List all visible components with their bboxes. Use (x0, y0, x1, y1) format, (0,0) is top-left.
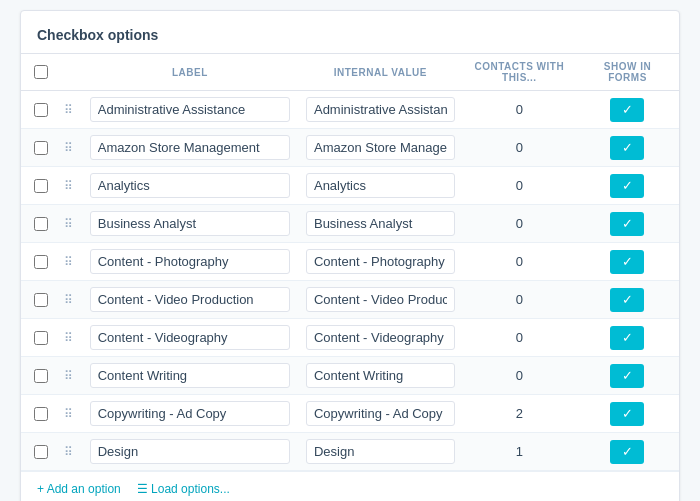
row-toggle-cell: ✓ (576, 91, 679, 129)
drag-handle-icon[interactable]: ⠿ (64, 407, 73, 421)
row-label-cell (82, 395, 298, 433)
row-internal-value-cell (298, 281, 463, 319)
show-in-forms-toggle[interactable]: ✓ (610, 364, 644, 388)
options-table: Label Internal Value Contacts With This.… (21, 53, 679, 471)
label-input[interactable] (90, 97, 290, 122)
col-show-in-forms: Show In Forms (576, 54, 679, 91)
show-in-forms-toggle[interactable]: ✓ (610, 440, 644, 464)
internal-value-input[interactable] (306, 401, 455, 426)
select-all-checkbox[interactable] (34, 65, 48, 79)
drag-handle-icon[interactable]: ⠿ (64, 255, 73, 269)
show-in-forms-toggle[interactable]: ✓ (610, 250, 644, 274)
row-drag-handle-cell: ⠿ (56, 167, 82, 205)
row-checkbox-cell (21, 395, 56, 433)
row-drag-handle-cell: ⠿ (56, 395, 82, 433)
drag-handle-icon[interactable]: ⠿ (64, 103, 73, 117)
row-contacts-count: 0 (463, 281, 576, 319)
drag-handle-icon[interactable]: ⠿ (64, 445, 73, 459)
label-input[interactable] (90, 173, 290, 198)
show-in-forms-toggle[interactable]: ✓ (610, 174, 644, 198)
row-checkbox[interactable] (34, 103, 48, 117)
row-checkbox-cell (21, 91, 56, 129)
label-input[interactable] (90, 363, 290, 388)
row-internal-value-cell (298, 129, 463, 167)
table-row: ⠿ 0 ✓ (21, 167, 679, 205)
footer-actions: + Add an option ☰ Load options... (21, 471, 679, 501)
row-label-cell (82, 357, 298, 395)
row-internal-value-cell (298, 395, 463, 433)
internal-value-input[interactable] (306, 325, 455, 350)
internal-value-input[interactable] (306, 97, 455, 122)
row-internal-value-cell (298, 167, 463, 205)
checkbox-options-card: Checkbox options Label Internal Value Co… (20, 10, 680, 501)
load-options-link[interactable]: ☰ Load options... (137, 482, 230, 496)
internal-value-input[interactable] (306, 173, 455, 198)
row-drag-handle-cell: ⠿ (56, 205, 82, 243)
drag-handle-icon[interactable]: ⠿ (64, 293, 73, 307)
show-in-forms-toggle[interactable]: ✓ (610, 98, 644, 122)
drag-handle-icon[interactable]: ⠿ (64, 141, 73, 155)
row-contacts-count: 0 (463, 357, 576, 395)
table-row: ⠿ 0 ✓ (21, 281, 679, 319)
table-row: ⠿ 0 ✓ (21, 205, 679, 243)
drag-handle-icon[interactable]: ⠿ (64, 179, 73, 193)
label-input[interactable] (90, 439, 290, 464)
row-internal-value-cell (298, 319, 463, 357)
internal-value-input[interactable] (306, 287, 455, 312)
table-row: ⠿ 0 ✓ (21, 129, 679, 167)
label-input[interactable] (90, 211, 290, 236)
label-input[interactable] (90, 401, 290, 426)
table-row: ⠿ 0 ✓ (21, 357, 679, 395)
add-option-link[interactable]: + Add an option (37, 482, 121, 496)
drag-handle-icon[interactable]: ⠿ (64, 369, 73, 383)
row-drag-handle-cell: ⠿ (56, 91, 82, 129)
internal-value-input[interactable] (306, 211, 455, 236)
row-drag-handle-cell: ⠿ (56, 129, 82, 167)
show-in-forms-toggle[interactable]: ✓ (610, 212, 644, 236)
row-checkbox-cell (21, 243, 56, 281)
row-checkbox[interactable] (34, 331, 48, 345)
row-drag-handle-cell: ⠿ (56, 281, 82, 319)
row-internal-value-cell (298, 357, 463, 395)
row-checkbox[interactable] (34, 407, 48, 421)
row-checkbox[interactable] (34, 179, 48, 193)
row-label-cell (82, 91, 298, 129)
row-checkbox-cell (21, 281, 56, 319)
row-label-cell (82, 281, 298, 319)
row-label-cell (82, 433, 298, 471)
drag-handle-icon[interactable]: ⠿ (64, 331, 73, 345)
row-checkbox[interactable] (34, 255, 48, 269)
row-toggle-cell: ✓ (576, 319, 679, 357)
row-toggle-cell: ✓ (576, 205, 679, 243)
show-in-forms-toggle[interactable]: ✓ (610, 326, 644, 350)
row-checkbox-cell (21, 319, 56, 357)
row-checkbox[interactable] (34, 293, 48, 307)
row-label-cell (82, 167, 298, 205)
internal-value-input[interactable] (306, 135, 455, 160)
row-checkbox[interactable] (34, 445, 48, 459)
internal-value-input[interactable] (306, 439, 455, 464)
row-contacts-count: 0 (463, 243, 576, 281)
show-in-forms-toggle[interactable]: ✓ (610, 288, 644, 312)
row-checkbox[interactable] (34, 369, 48, 383)
row-checkbox-cell (21, 357, 56, 395)
row-checkbox[interactable] (34, 217, 48, 231)
internal-value-input[interactable] (306, 363, 455, 388)
row-checkbox-cell (21, 433, 56, 471)
label-input[interactable] (90, 135, 290, 160)
label-input[interactable] (90, 325, 290, 350)
row-drag-handle-cell: ⠿ (56, 433, 82, 471)
col-contacts: Contacts With This... (463, 54, 576, 91)
show-in-forms-toggle[interactable]: ✓ (610, 402, 644, 426)
row-checkbox[interactable] (34, 141, 48, 155)
row-label-cell (82, 129, 298, 167)
row-internal-value-cell (298, 205, 463, 243)
row-toggle-cell: ✓ (576, 281, 679, 319)
show-in-forms-toggle[interactable]: ✓ (610, 136, 644, 160)
row-contacts-count: 1 (463, 433, 576, 471)
table-row: ⠿ 0 ✓ (21, 91, 679, 129)
drag-handle-icon[interactable]: ⠿ (64, 217, 73, 231)
label-input[interactable] (90, 249, 290, 274)
label-input[interactable] (90, 287, 290, 312)
internal-value-input[interactable] (306, 249, 455, 274)
